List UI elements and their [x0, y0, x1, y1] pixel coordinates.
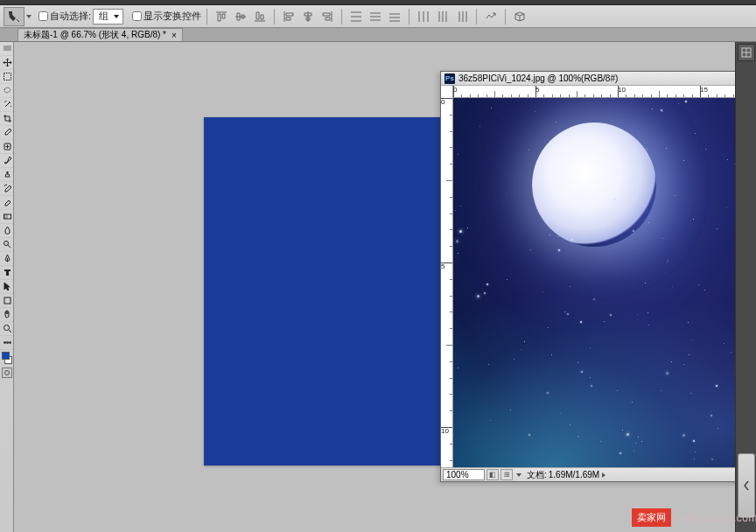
- zoom-tool[interactable]: [0, 322, 14, 336]
- tool-preset-picker[interactable]: [4, 7, 24, 26]
- close-icon[interactable]: ×: [172, 31, 177, 40]
- dodge-tool[interactable]: [0, 238, 14, 252]
- toolbox: [0, 42, 14, 532]
- align-horizontal-centers-button[interactable]: [299, 9, 317, 24]
- options-bar: 自动选择: 组 显示变换控件: [0, 5, 756, 28]
- align-vertical-centers-button[interactable]: [232, 9, 249, 24]
- distribute-vcenter-button[interactable]: [367, 9, 384, 24]
- quick-mask-toggle[interactable]: [2, 368, 12, 378]
- distribute-top-button[interactable]: [347, 9, 365, 24]
- doc-info-label: 文档:: [527, 469, 547, 481]
- right-panel-dock: [735, 42, 756, 532]
- auto-select-mode-combo[interactable]: 组: [93, 9, 123, 24]
- brush-tool[interactable]: [0, 154, 14, 168]
- svg-rect-4: [4, 298, 10, 304]
- tab-title: 未标题-1 @ 66.7% (形状 4, RGB/8) *: [24, 29, 166, 41]
- svg-rect-2: [4, 214, 10, 219]
- separator: [409, 9, 410, 24]
- canvas-area[interactable]: Ps 36z58PICiVi_1024.jpg @ 100%(RGB/8#) 0…: [14, 42, 735, 532]
- chevron-right-icon[interactable]: [602, 472, 606, 478]
- vertical-ruler[interactable]: 0510: [441, 86, 453, 467]
- toolbox-more[interactable]: [0, 336, 14, 350]
- path-selection-tool[interactable]: [0, 280, 14, 294]
- eyedropper-tool[interactable]: [0, 126, 14, 140]
- moon: [532, 122, 656, 247]
- status-arrange-icon[interactable]: ⊞: [500, 469, 513, 480]
- healing-brush-tool[interactable]: [0, 140, 14, 154]
- type-tool[interactable]: [0, 266, 14, 280]
- document-tabs: 未标题-1 @ 66.7% (形状 4, RGB/8) * ×: [0, 28, 756, 42]
- move-tool[interactable]: [0, 56, 14, 70]
- pen-tool[interactable]: [0, 252, 14, 266]
- window-title: 36z58PICiVi_1024.jpg @ 100%(RGB/8#): [458, 74, 618, 83]
- lasso-tool[interactable]: [0, 84, 14, 98]
- image-canvas[interactable]: [453, 98, 756, 467]
- document-canvas[interactable]: [204, 117, 441, 466]
- watermark: 卖家网 www.maijia.com: [632, 508, 756, 527]
- separator: [206, 9, 207, 24]
- svg-point-7: [6, 342, 8, 344]
- svg-point-3: [4, 242, 8, 246]
- watermark-badge: 卖家网: [632, 508, 671, 527]
- nebula: [453, 264, 756, 467]
- svg-point-8: [9, 342, 10, 344]
- eraser-tool[interactable]: [0, 196, 14, 210]
- status-bar: 100% ◧ ⊞ 文档: 1.69M/1.69M ◢: [441, 467, 756, 481]
- align-bottom-edges-button[interactable]: [251, 9, 269, 24]
- 3d-mode-button[interactable]: [511, 9, 528, 24]
- horizontal-ruler[interactable]: 051015: [453, 86, 756, 98]
- svg-point-6: [4, 342, 5, 344]
- distribute-right-button[interactable]: [453, 9, 471, 24]
- distribute-left-button[interactable]: [415, 9, 432, 24]
- align-top-edges-button[interactable]: [213, 9, 230, 24]
- svg-rect-0: [4, 74, 10, 80]
- distribute-hcenter-button[interactable]: [434, 9, 452, 24]
- hand-tool[interactable]: [0, 308, 14, 322]
- tool-preset-dropdown-icon[interactable]: [26, 15, 32, 18]
- svg-point-5: [4, 326, 9, 331]
- blur-tool[interactable]: [0, 224, 14, 238]
- separator: [476, 9, 477, 24]
- foreground-color-swatch[interactable]: [2, 352, 10, 360]
- gradient-tool[interactable]: [0, 210, 14, 224]
- show-transform-label: 显示变换控件: [144, 10, 201, 23]
- separator: [341, 9, 342, 24]
- floating-document-window[interactable]: Ps 36z58PICiVi_1024.jpg @ 100%(RGB/8#) 0…: [440, 71, 756, 482]
- color-panel-icon[interactable]: [738, 44, 755, 61]
- show-transform-checkbox[interactable]: 显示变换控件: [132, 10, 201, 23]
- auto-select-label: 自动选择:: [50, 10, 91, 23]
- window-titlebar[interactable]: Ps 36z58PICiVi_1024.jpg @ 100%(RGB/8#): [441, 72, 756, 86]
- doc-info-value: 1.69M/1.69M: [549, 470, 599, 480]
- workspace: Ps 36z58PICiVi_1024.jpg @ 100%(RGB/8#) 0…: [0, 42, 756, 532]
- chevron-down-icon[interactable]: [516, 473, 522, 477]
- separator: [274, 9, 275, 24]
- auto-align-layers-button[interactable]: [482, 9, 500, 24]
- magic-wand-tool[interactable]: [0, 98, 14, 112]
- clone-stamp-tool[interactable]: [0, 168, 14, 182]
- align-left-edges-button[interactable]: [280, 9, 298, 24]
- photoshop-app-icon: Ps: [444, 74, 455, 84]
- color-swatches[interactable]: [2, 352, 12, 364]
- toolbox-handle[interactable]: [0, 42, 14, 56]
- chevron-down-icon: [114, 15, 119, 18]
- watermark-url: www.maijia.com: [676, 512, 756, 524]
- zoom-level-input[interactable]: 100%: [443, 469, 485, 480]
- separator: [505, 9, 506, 24]
- align-right-edges-button[interactable]: [318, 9, 336, 24]
- history-brush-tool[interactable]: [0, 182, 14, 196]
- status-expand-icon[interactable]: ◧: [486, 469, 499, 480]
- distribute-bottom-button[interactable]: [386, 9, 403, 24]
- marquee-tool[interactable]: [0, 70, 14, 84]
- crop-tool[interactable]: [0, 112, 14, 126]
- combo-value: 组: [99, 10, 108, 23]
- auto-select-checkbox[interactable]: 自动选择:: [38, 10, 91, 23]
- document-tab[interactable]: 未标题-1 @ 66.7% (形状 4, RGB/8) * ×: [18, 28, 183, 41]
- rectangle-tool[interactable]: [0, 294, 14, 308]
